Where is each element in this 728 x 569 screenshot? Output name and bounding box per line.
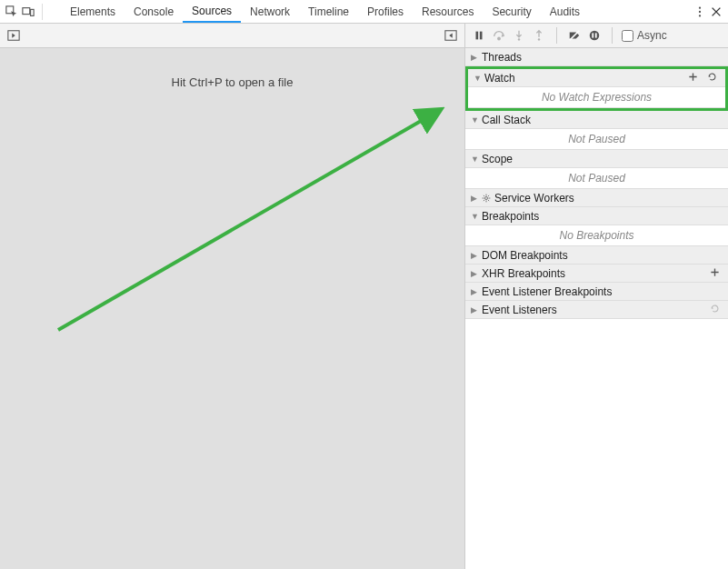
collapse-icon: ▼ bbox=[471, 212, 478, 221]
svg-line-23 bbox=[484, 195, 484, 195]
expand-icon: ▶ bbox=[471, 194, 478, 203]
step-into-icon[interactable] bbox=[511, 27, 527, 44]
inspect-element-icon[interactable] bbox=[4, 4, 20, 20]
scope-header[interactable]: ▼ Scope bbox=[465, 150, 728, 168]
collapse-icon: ▼ bbox=[471, 155, 478, 164]
breakpoints-body: No Breakpoints bbox=[465, 225, 728, 246]
add-watch-icon[interactable] bbox=[685, 72, 701, 85]
show-debugger-icon[interactable] bbox=[443, 27, 459, 44]
threads-header[interactable]: ▶ Threads bbox=[465, 48, 728, 66]
main-area: Hit Ctrl+P to open a file bbox=[0, 24, 728, 569]
gear-icon bbox=[482, 194, 491, 203]
section-label: Call Stack bbox=[482, 114, 723, 126]
tab-label: Timeline bbox=[308, 5, 349, 18]
svg-point-5 bbox=[699, 15, 701, 16]
collapse-icon: ▼ bbox=[474, 74, 481, 83]
devtools-tabbar: Elements Console Sources Network Timelin… bbox=[0, 0, 728, 24]
step-out-icon[interactable] bbox=[531, 27, 547, 44]
tab-resources[interactable]: Resources bbox=[413, 0, 483, 23]
svg-rect-16 bbox=[592, 33, 593, 37]
svg-point-4 bbox=[699, 10, 701, 12]
breakpoints-header[interactable]: ▼ Breakpoints bbox=[465, 207, 728, 225]
watch-highlight: ▼ Watch No Watch Expressions bbox=[465, 66, 728, 111]
editor-hint: Hit Ctrl+P to open a file bbox=[0, 75, 464, 89]
callstack-header[interactable]: ▼ Call Stack bbox=[465, 111, 728, 129]
async-label: Async bbox=[637, 29, 667, 42]
svg-line-24 bbox=[488, 199, 489, 200]
section-label: Watch bbox=[484, 72, 682, 85]
tab-label: Profiles bbox=[367, 5, 404, 18]
tab-label: Sources bbox=[192, 5, 232, 17]
svg-point-18 bbox=[485, 196, 488, 199]
editor-toolbar bbox=[0, 24, 464, 48]
expand-icon: ▶ bbox=[471, 269, 478, 278]
pause-icon[interactable] bbox=[471, 27, 487, 44]
tab-sources[interactable]: Sources bbox=[183, 0, 241, 23]
annotation-arrow bbox=[0, 48, 465, 569]
section-label: Breakpoints bbox=[482, 210, 723, 223]
tab-security[interactable]: Security bbox=[483, 0, 540, 23]
tab-label: Resources bbox=[422, 5, 474, 18]
svg-rect-9 bbox=[476, 32, 479, 40]
svg-rect-10 bbox=[480, 32, 483, 40]
svg-point-15 bbox=[590, 31, 600, 41]
tab-label: Console bbox=[134, 5, 174, 18]
section-label: Threads bbox=[482, 51, 723, 64]
show-navigator-icon[interactable] bbox=[5, 27, 22, 44]
collapse-icon: ▼ bbox=[471, 115, 478, 125]
debugger-toolbar: Async bbox=[465, 24, 728, 48]
tab-profiles[interactable]: Profiles bbox=[358, 0, 413, 23]
svg-point-12 bbox=[518, 38, 520, 40]
tab-elements[interactable]: Elements bbox=[61, 0, 125, 23]
svg-point-13 bbox=[538, 38, 540, 40]
section-label: DOM Breakpoints bbox=[482, 249, 723, 262]
dombp-header[interactable]: ▶ DOM Breakpoints bbox=[465, 246, 728, 265]
separator bbox=[612, 27, 613, 44]
expand-icon: ▶ bbox=[471, 287, 478, 296]
separator bbox=[42, 4, 43, 20]
tabs-container: Elements Console Sources Network Timelin… bbox=[52, 0, 589, 23]
svg-rect-2 bbox=[31, 9, 35, 15]
svg-line-25 bbox=[484, 199, 484, 200]
more-icon[interactable] bbox=[692, 4, 708, 20]
add-xhrbp-icon[interactable] bbox=[707, 267, 723, 280]
svg-point-3 bbox=[699, 6, 701, 8]
svg-point-11 bbox=[498, 37, 500, 39]
section-label: XHR Breakpoints bbox=[482, 267, 703, 280]
section-label: Scope bbox=[482, 153, 723, 165]
async-checkbox-input[interactable] bbox=[622, 30, 633, 42]
expand-icon: ▶ bbox=[471, 251, 478, 260]
expand-icon: ▶ bbox=[471, 305, 478, 314]
svg-line-26 bbox=[488, 195, 489, 195]
svg-line-8 bbox=[58, 110, 440, 330]
serviceworkers-header[interactable]: ▶ Service Workers bbox=[465, 189, 728, 207]
tab-console[interactable]: Console bbox=[125, 0, 183, 23]
tab-timeline[interactable]: Timeline bbox=[299, 0, 358, 23]
debugger-pane: Async ▶ Threads ▼ Watch No bbox=[465, 24, 728, 569]
section-label: Event Listener Breakpoints bbox=[482, 285, 723, 298]
debugger-sections: ▶ Threads ▼ Watch No Watch Expressions bbox=[465, 48, 728, 569]
device-mode-icon[interactable] bbox=[20, 4, 36, 20]
step-over-icon[interactable] bbox=[491, 27, 507, 44]
xhrbp-header[interactable]: ▶ XHR Breakpoints bbox=[465, 265, 728, 283]
tab-network[interactable]: Network bbox=[241, 0, 299, 23]
svg-rect-1 bbox=[23, 7, 30, 14]
left-pane: Hit Ctrl+P to open a file bbox=[0, 24, 465, 569]
tab-audits[interactable]: Audits bbox=[541, 0, 589, 23]
watch-body: No Watch Expressions bbox=[468, 87, 725, 108]
callstack-body: Not Paused bbox=[465, 129, 728, 150]
eventlistenerbp-header[interactable]: ▶ Event Listener Breakpoints bbox=[465, 283, 728, 301]
close-icon[interactable] bbox=[708, 4, 724, 20]
expand-icon: ▶ bbox=[471, 53, 478, 62]
async-checkbox[interactable]: Async bbox=[622, 29, 667, 42]
editor-area: Hit Ctrl+P to open a file bbox=[0, 48, 464, 569]
eventlisteners-header[interactable]: ▶ Event Listeners bbox=[465, 301, 728, 319]
deactivate-breakpoints-icon[interactable] bbox=[566, 27, 583, 44]
refresh-watch-icon[interactable] bbox=[704, 72, 720, 85]
svg-rect-17 bbox=[595, 33, 597, 37]
pause-on-exceptions-icon[interactable] bbox=[586, 27, 603, 44]
refresh-eventlisteners-icon[interactable] bbox=[707, 304, 723, 316]
watch-header[interactable]: ▼ Watch bbox=[468, 69, 725, 87]
tab-label: Security bbox=[492, 5, 531, 18]
scope-body: Not Paused bbox=[465, 168, 728, 189]
